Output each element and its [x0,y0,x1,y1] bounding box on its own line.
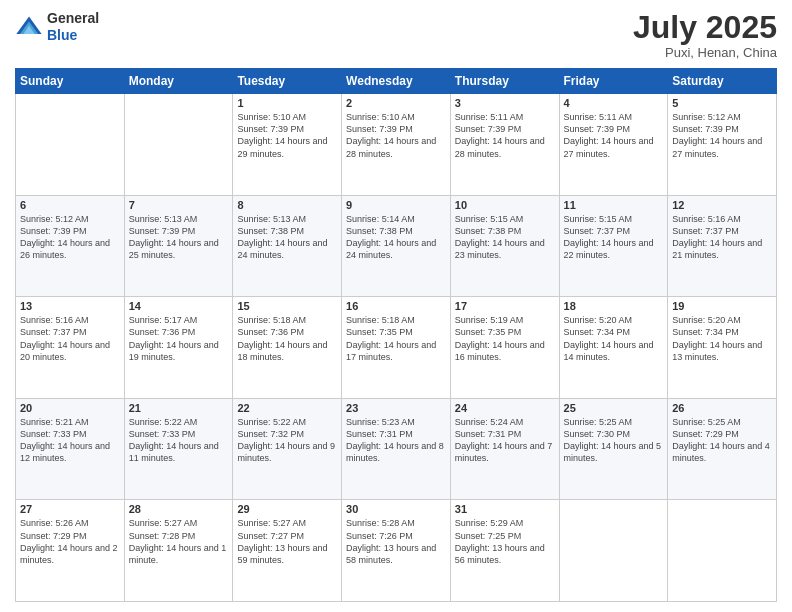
day-number: 16 [346,300,446,312]
calendar-cell: 4Sunrise: 5:11 AMSunset: 7:39 PMDaylight… [559,94,668,196]
logo-general: General [47,10,99,27]
calendar-cell: 16Sunrise: 5:18 AMSunset: 7:35 PMDayligh… [342,297,451,399]
calendar-cell: 5Sunrise: 5:12 AMSunset: 7:39 PMDaylight… [668,94,777,196]
calendar-cell: 21Sunrise: 5:22 AMSunset: 7:33 PMDayligh… [124,398,233,500]
calendar-cell: 31Sunrise: 5:29 AMSunset: 7:25 PMDayligh… [450,500,559,602]
cell-content: Sunrise: 5:18 AMSunset: 7:35 PMDaylight:… [346,314,446,363]
cell-content: Sunrise: 5:11 AMSunset: 7:39 PMDaylight:… [564,111,664,160]
day-number: 22 [237,402,337,414]
day-number: 10 [455,199,555,211]
calendar-cell: 12Sunrise: 5:16 AMSunset: 7:37 PMDayligh… [668,195,777,297]
day-number: 3 [455,97,555,109]
weekday-header: Tuesday [233,69,342,94]
day-number: 7 [129,199,229,211]
calendar-cell [124,94,233,196]
cell-content: Sunrise: 5:18 AMSunset: 7:36 PMDaylight:… [237,314,337,363]
calendar-cell: 24Sunrise: 5:24 AMSunset: 7:31 PMDayligh… [450,398,559,500]
month-title: July 2025 [633,10,777,45]
calendar-cell: 25Sunrise: 5:25 AMSunset: 7:30 PMDayligh… [559,398,668,500]
calendar-cell: 10Sunrise: 5:15 AMSunset: 7:38 PMDayligh… [450,195,559,297]
day-number: 11 [564,199,664,211]
calendar-cell: 13Sunrise: 5:16 AMSunset: 7:37 PMDayligh… [16,297,125,399]
cell-content: Sunrise: 5:14 AMSunset: 7:38 PMDaylight:… [346,213,446,262]
cell-content: Sunrise: 5:13 AMSunset: 7:38 PMDaylight:… [237,213,337,262]
cell-content: Sunrise: 5:11 AMSunset: 7:39 PMDaylight:… [455,111,555,160]
weekday-header: Saturday [668,69,777,94]
day-number: 5 [672,97,772,109]
calendar-cell: 20Sunrise: 5:21 AMSunset: 7:33 PMDayligh… [16,398,125,500]
cell-content: Sunrise: 5:12 AMSunset: 7:39 PMDaylight:… [20,213,120,262]
weekday-header: Wednesday [342,69,451,94]
cell-content: Sunrise: 5:23 AMSunset: 7:31 PMDaylight:… [346,416,446,465]
page: General Blue July 2025 Puxi, Henan, Chin… [0,0,792,612]
cell-content: Sunrise: 5:25 AMSunset: 7:29 PMDaylight:… [672,416,772,465]
calendar-cell: 8Sunrise: 5:13 AMSunset: 7:38 PMDaylight… [233,195,342,297]
calendar-table: SundayMondayTuesdayWednesdayThursdayFrid… [15,68,777,602]
calendar-cell: 1Sunrise: 5:10 AMSunset: 7:39 PMDaylight… [233,94,342,196]
cell-content: Sunrise: 5:19 AMSunset: 7:35 PMDaylight:… [455,314,555,363]
cell-content: Sunrise: 5:10 AMSunset: 7:39 PMDaylight:… [346,111,446,160]
title-block: July 2025 Puxi, Henan, China [633,10,777,60]
day-number: 2 [346,97,446,109]
calendar-cell: 22Sunrise: 5:22 AMSunset: 7:32 PMDayligh… [233,398,342,500]
header: General Blue July 2025 Puxi, Henan, Chin… [15,10,777,60]
calendar-cell: 19Sunrise: 5:20 AMSunset: 7:34 PMDayligh… [668,297,777,399]
calendar-cell: 14Sunrise: 5:17 AMSunset: 7:36 PMDayligh… [124,297,233,399]
cell-content: Sunrise: 5:12 AMSunset: 7:39 PMDaylight:… [672,111,772,160]
calendar-cell: 23Sunrise: 5:23 AMSunset: 7:31 PMDayligh… [342,398,451,500]
weekday-header: Friday [559,69,668,94]
cell-content: Sunrise: 5:26 AMSunset: 7:29 PMDaylight:… [20,517,120,566]
calendar-cell: 27Sunrise: 5:26 AMSunset: 7:29 PMDayligh… [16,500,125,602]
logo-text: General Blue [47,10,99,44]
day-number: 25 [564,402,664,414]
day-number: 12 [672,199,772,211]
cell-content: Sunrise: 5:22 AMSunset: 7:33 PMDaylight:… [129,416,229,465]
calendar-cell: 30Sunrise: 5:28 AMSunset: 7:26 PMDayligh… [342,500,451,602]
day-number: 18 [564,300,664,312]
calendar-header-row: SundayMondayTuesdayWednesdayThursdayFrid… [16,69,777,94]
calendar-week-row: 13Sunrise: 5:16 AMSunset: 7:37 PMDayligh… [16,297,777,399]
weekday-header: Sunday [16,69,125,94]
day-number: 24 [455,402,555,414]
calendar-cell: 26Sunrise: 5:25 AMSunset: 7:29 PMDayligh… [668,398,777,500]
weekday-header: Thursday [450,69,559,94]
cell-content: Sunrise: 5:10 AMSunset: 7:39 PMDaylight:… [237,111,337,160]
day-number: 27 [20,503,120,515]
calendar-week-row: 1Sunrise: 5:10 AMSunset: 7:39 PMDaylight… [16,94,777,196]
day-number: 20 [20,402,120,414]
cell-content: Sunrise: 5:21 AMSunset: 7:33 PMDaylight:… [20,416,120,465]
calendar-cell: 7Sunrise: 5:13 AMSunset: 7:39 PMDaylight… [124,195,233,297]
location: Puxi, Henan, China [633,45,777,60]
day-number: 23 [346,402,446,414]
cell-content: Sunrise: 5:25 AMSunset: 7:30 PMDaylight:… [564,416,664,465]
cell-content: Sunrise: 5:17 AMSunset: 7:36 PMDaylight:… [129,314,229,363]
day-number: 6 [20,199,120,211]
logo: General Blue [15,10,99,44]
calendar-cell: 11Sunrise: 5:15 AMSunset: 7:37 PMDayligh… [559,195,668,297]
cell-content: Sunrise: 5:16 AMSunset: 7:37 PMDaylight:… [672,213,772,262]
day-number: 1 [237,97,337,109]
cell-content: Sunrise: 5:24 AMSunset: 7:31 PMDaylight:… [455,416,555,465]
calendar-cell [559,500,668,602]
cell-content: Sunrise: 5:27 AMSunset: 7:28 PMDaylight:… [129,517,229,566]
calendar-cell [668,500,777,602]
day-number: 14 [129,300,229,312]
day-number: 19 [672,300,772,312]
day-number: 8 [237,199,337,211]
calendar-cell: 28Sunrise: 5:27 AMSunset: 7:28 PMDayligh… [124,500,233,602]
day-number: 13 [20,300,120,312]
day-number: 15 [237,300,337,312]
cell-content: Sunrise: 5:16 AMSunset: 7:37 PMDaylight:… [20,314,120,363]
logo-icon [15,13,43,41]
day-number: 21 [129,402,229,414]
calendar-week-row: 20Sunrise: 5:21 AMSunset: 7:33 PMDayligh… [16,398,777,500]
cell-content: Sunrise: 5:22 AMSunset: 7:32 PMDaylight:… [237,416,337,465]
calendar-cell: 9Sunrise: 5:14 AMSunset: 7:38 PMDaylight… [342,195,451,297]
calendar-cell: 17Sunrise: 5:19 AMSunset: 7:35 PMDayligh… [450,297,559,399]
calendar-cell: 2Sunrise: 5:10 AMSunset: 7:39 PMDaylight… [342,94,451,196]
day-number: 30 [346,503,446,515]
cell-content: Sunrise: 5:20 AMSunset: 7:34 PMDaylight:… [672,314,772,363]
day-number: 17 [455,300,555,312]
calendar-cell: 15Sunrise: 5:18 AMSunset: 7:36 PMDayligh… [233,297,342,399]
calendar-cell: 6Sunrise: 5:12 AMSunset: 7:39 PMDaylight… [16,195,125,297]
